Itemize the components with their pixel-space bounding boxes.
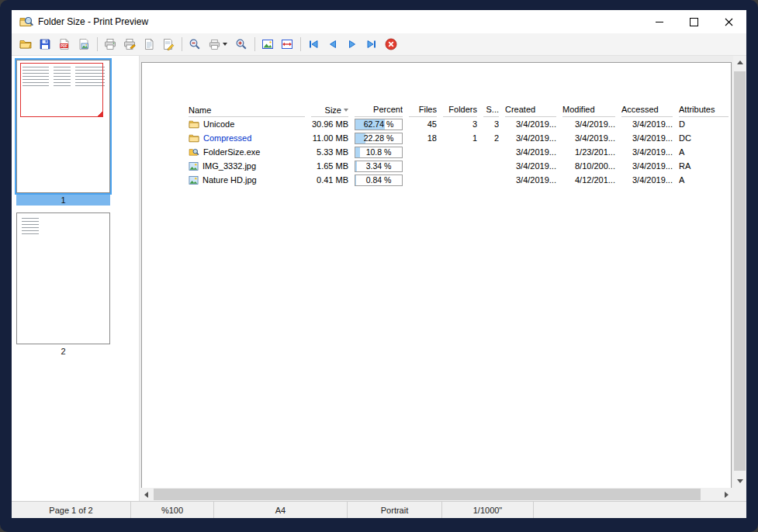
previous-page-icon bbox=[327, 38, 339, 50]
fit-width-button[interactable] bbox=[278, 35, 296, 54]
first-page-button[interactable] bbox=[304, 35, 323, 54]
zoom-level-dropdown[interactable] bbox=[205, 35, 231, 54]
created-cell: 3/4/2019... bbox=[505, 175, 556, 185]
minimize-button[interactable] bbox=[642, 10, 677, 33]
subfolders-cell: 2 bbox=[483, 133, 499, 143]
size-cell: 11.00 MB bbox=[311, 133, 348, 143]
maximize-button[interactable] bbox=[677, 10, 711, 33]
vertical-scrollbar[interactable] bbox=[733, 56, 746, 488]
export-image-icon bbox=[78, 38, 90, 50]
zoom-region-rect[interactable] bbox=[20, 63, 103, 117]
folder-icon bbox=[189, 119, 199, 129]
fit-width-icon bbox=[281, 38, 293, 50]
fit-page-button[interactable] bbox=[258, 35, 277, 54]
window-frame: Folder Size - Print Preview bbox=[0, 0, 758, 532]
open-folder-icon bbox=[19, 38, 32, 50]
horizontal-scroll-thumb[interactable] bbox=[154, 489, 701, 500]
page-thumbnail-1[interactable] bbox=[16, 60, 110, 193]
column-header-files: Files bbox=[409, 103, 437, 117]
vertical-scroll-thumb[interactable] bbox=[734, 71, 746, 471]
zoom-region-handle[interactable] bbox=[96, 110, 103, 117]
size-cell: 30.96 MB bbox=[311, 119, 348, 129]
zoom-out-icon bbox=[189, 38, 201, 50]
titlebar: Folder Size - Print Preview bbox=[12, 10, 746, 33]
item-name: FolderSize.exe bbox=[203, 147, 260, 157]
zoom-out-button[interactable] bbox=[185, 35, 204, 54]
close-icon bbox=[725, 18, 733, 26]
table-row: IMG_3332.jpg 1.65 MB 3.34 % 3/4/2019... … bbox=[189, 159, 729, 173]
table-row: Unicode 30.96 MB 62.74 % 45 3 3 3/4/2019… bbox=[189, 117, 729, 131]
attributes-cell: D bbox=[679, 119, 729, 129]
item-name: IMG_3332.jpg bbox=[202, 161, 256, 171]
last-page-button[interactable] bbox=[362, 35, 381, 54]
percent-cell: 22.28 % bbox=[355, 133, 403, 144]
previous-page-button[interactable] bbox=[324, 35, 342, 54]
scroll-up-button[interactable] bbox=[733, 56, 746, 69]
thumbnail-content bbox=[22, 218, 39, 237]
open-button[interactable] bbox=[16, 35, 35, 54]
main-area: 1 2 Name Size Percent Files Folders S...… bbox=[12, 56, 746, 501]
first-page-icon bbox=[307, 38, 320, 50]
table-row: FolderSize.exe 5.33 MB 10.8 % 3/4/2019..… bbox=[189, 145, 729, 159]
close-preview-button[interactable] bbox=[382, 35, 400, 54]
page-1-label[interactable]: 1 bbox=[16, 195, 110, 206]
page-2-label: 2 bbox=[16, 346, 110, 357]
next-page-button[interactable] bbox=[343, 35, 362, 54]
save-button[interactable] bbox=[36, 35, 54, 54]
page-setup-button[interactable] bbox=[140, 35, 158, 54]
compressed-folder-icon bbox=[189, 133, 199, 143]
item-name-cell: Nature HD.jpg bbox=[189, 175, 305, 185]
modified-cell: 4/12/201... bbox=[562, 175, 615, 185]
export-pdf-button[interactable]: PDF bbox=[55, 35, 74, 54]
close-button[interactable] bbox=[711, 10, 746, 33]
dropdown-arrow-icon bbox=[223, 43, 227, 46]
preview-area: Name Size Percent Files Folders S... Cre… bbox=[139, 56, 746, 501]
accessed-cell: 3/4/2019... bbox=[621, 175, 673, 185]
percent-bar: 22.28 % bbox=[355, 133, 403, 144]
svg-text:PDF: PDF bbox=[61, 44, 67, 48]
scroll-left-button[interactable] bbox=[140, 488, 153, 501]
arrow-down-icon bbox=[737, 479, 743, 483]
window-title: Folder Size - Print Preview bbox=[38, 16, 642, 27]
report-table: Name Size Percent Files Folders S... Cre… bbox=[189, 103, 729, 187]
item-name: Unicode bbox=[203, 119, 234, 129]
column-header-created: Created bbox=[505, 103, 556, 117]
size-cell: 5.33 MB bbox=[311, 147, 348, 157]
modified-cell: 1/23/201... bbox=[562, 147, 615, 157]
percent-bar: 10.8 % bbox=[355, 147, 403, 158]
scroll-right-button[interactable] bbox=[720, 488, 733, 501]
percent-bar: 0.84 % bbox=[355, 174, 403, 186]
zoom-level-icon bbox=[209, 39, 220, 50]
statusbar: Page 1 of 2 %100 A4 Portrait 1/1000" bbox=[12, 501, 746, 518]
minimize-icon bbox=[656, 22, 663, 22]
toolbar-separator bbox=[97, 37, 98, 51]
print-button[interactable] bbox=[101, 35, 119, 54]
column-header-name: Name bbox=[189, 103, 305, 117]
report-page: Name Size Percent Files Folders S... Cre… bbox=[141, 62, 732, 488]
zoom-in-button[interactable] bbox=[232, 35, 251, 54]
image-file-icon bbox=[189, 161, 199, 171]
column-header-attributes: Attributes bbox=[679, 103, 729, 117]
report-options-button[interactable] bbox=[159, 35, 178, 54]
column-header-percent: Percent bbox=[355, 103, 403, 117]
printer-setup-button[interactable] bbox=[120, 35, 139, 54]
column-header-size-label: Size bbox=[325, 104, 341, 116]
folders-cell: 1 bbox=[443, 133, 477, 143]
percent-text: 0.84 % bbox=[355, 175, 402, 185]
scroll-down-button[interactable] bbox=[733, 475, 746, 488]
report-options-icon bbox=[162, 38, 175, 50]
last-page-icon bbox=[365, 38, 378, 50]
fit-page-icon bbox=[261, 38, 274, 50]
files-cell: 18 bbox=[409, 133, 437, 143]
size-cell: 1.65 MB bbox=[311, 161, 348, 171]
toolbar: PDF bbox=[12, 33, 746, 56]
export-image-button[interactable] bbox=[74, 35, 93, 54]
percent-text: 22.28 % bbox=[355, 133, 402, 143]
subfolders-cell: 3 bbox=[483, 119, 499, 129]
status-spacer bbox=[534, 502, 746, 518]
percent-cell: 3.34 % bbox=[355, 161, 403, 172]
thumbnail-panel: 1 2 bbox=[12, 56, 139, 501]
horizontal-scrollbar[interactable] bbox=[140, 488, 733, 501]
percent-cell: 10.8 % bbox=[355, 147, 403, 158]
page-thumbnail-2[interactable] bbox=[16, 212, 110, 344]
